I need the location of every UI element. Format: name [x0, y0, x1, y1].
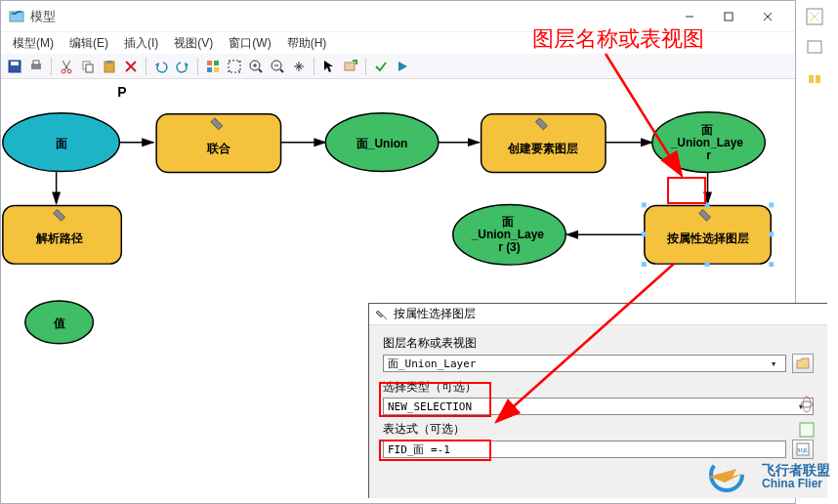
validate-icon[interactable]: [371, 57, 391, 76]
node-lianhe-label: 联合: [206, 142, 231, 155]
select-icon[interactable]: [319, 57, 339, 76]
paste-icon[interactable]: [100, 57, 119, 76]
fullextent-icon[interactable]: [225, 57, 244, 76]
app-icon: [9, 9, 24, 24]
menu-view[interactable]: 视图(V): [166, 33, 221, 54]
close-button[interactable]: [748, 3, 787, 30]
svg-rect-55: [800, 423, 814, 437]
undo-icon[interactable]: [151, 57, 171, 76]
zoomout-icon[interactable]: [268, 57, 287, 76]
redo-icon[interactable]: [173, 57, 192, 76]
dialog-label-layer: 图层名称或表视图: [383, 335, 814, 352]
browse-folder-button[interactable]: [792, 354, 814, 373]
menu-window[interactable]: 窗口(W): [221, 33, 278, 54]
unknown-icon-3[interactable]: [797, 395, 836, 420]
dropdown-arrow-icon: ▾: [766, 357, 781, 370]
dialog-label-expr: 表达式（可选）: [383, 421, 814, 438]
svg-point-54: [803, 397, 811, 412]
addtool-icon[interactable]: [341, 57, 360, 76]
run-icon[interactable]: [393, 57, 412, 76]
zoomin-icon[interactable]: [246, 57, 266, 76]
svg-rect-17: [207, 61, 212, 65]
unknown-icon-4[interactable]: [797, 420, 836, 445]
layer-name-value: 面_Union_Layer: [388, 357, 476, 371]
menu-insert[interactable]: 插入(I): [116, 33, 166, 54]
svg-rect-44: [769, 262, 774, 267]
delete-icon[interactable]: [121, 57, 141, 76]
svg-text:SQL: SQL: [797, 447, 809, 453]
pan-icon[interactable]: [289, 57, 309, 76]
toolbar: [1, 54, 795, 79]
node-jiexi-label: 解析路径: [35, 231, 83, 245]
svg-rect-6: [11, 62, 19, 65]
copy-icon[interactable]: [78, 57, 98, 76]
node-zhi-label: 值: [53, 316, 65, 330]
cut-icon[interactable]: [57, 57, 76, 76]
svg-rect-29: [345, 63, 355, 70]
svg-line-27: [280, 69, 283, 72]
svg-point-9: [62, 69, 65, 73]
autolayout-icon[interactable]: [203, 57, 223, 76]
dialog-titlebar: 按属性选择图层: [369, 304, 827, 325]
watermark-text-cn: 飞行者联盟: [762, 463, 830, 478]
svg-rect-48: [816, 75, 820, 83]
print-icon[interactable]: [26, 57, 46, 76]
dialog-label-type: 选择类型（可选）: [383, 379, 814, 396]
svg-rect-43: [705, 262, 710, 267]
svg-rect-2: [725, 13, 733, 21]
selection-type-value: NEW_SELECTION: [388, 400, 472, 413]
svg-rect-20: [214, 67, 219, 72]
right-bottom-icons: [797, 395, 836, 445]
hammer-icon: [375, 308, 389, 321]
svg-rect-8: [33, 61, 39, 64]
svg-rect-14: [106, 61, 112, 63]
menu-model[interactable]: 模型(M): [5, 33, 62, 54]
save-icon[interactable]: [5, 57, 24, 76]
layer-name-dropdown[interactable]: 面_Union_Layer ▾: [383, 355, 786, 372]
watermark: 飞行者联盟 China Flier: [697, 455, 830, 498]
svg-rect-47: [809, 75, 814, 83]
svg-rect-12: [86, 64, 93, 72]
svg-rect-19: [207, 67, 212, 72]
svg-rect-38: [705, 202, 710, 207]
svg-line-23: [259, 69, 262, 72]
expression-value: FID_面 =-1: [388, 442, 450, 457]
watermark-logo-icon: [697, 455, 756, 498]
maximize-button[interactable]: [709, 3, 748, 30]
node-select-label: 按属性选择图层: [666, 231, 749, 245]
menu-edit[interactable]: 编辑(E): [62, 33, 116, 54]
unknown-icon-2[interactable]: [797, 33, 832, 63]
annotation-text: 图层名称或表视图: [532, 24, 704, 54]
svg-rect-18: [214, 61, 219, 65]
watermark-text-en: China Flier: [762, 478, 830, 490]
catalog-icon[interactable]: [797, 64, 832, 94]
svg-rect-46: [808, 41, 821, 53]
menu-help[interactable]: 帮助(H): [279, 33, 335, 54]
dialog-title: 按属性选择图层: [394, 306, 476, 322]
window-title: 模型: [30, 8, 670, 25]
node-create-label: 创建要素图层: [507, 142, 578, 155]
unknown-icon-1[interactable]: [797, 2, 832, 31]
svg-rect-41: [769, 231, 774, 236]
svg-rect-37: [642, 202, 647, 207]
parameter-p-label: P: [117, 84, 126, 100]
svg-rect-40: [642, 231, 647, 236]
node-mian-label: 面: [55, 137, 67, 150]
svg-point-10: [67, 69, 71, 73]
svg-rect-39: [769, 202, 774, 207]
selection-type-dropdown[interactable]: NEW_SELECTION ▾: [383, 398, 814, 415]
node-union-label: 面_Union: [356, 137, 407, 150]
svg-rect-42: [642, 262, 647, 267]
right-toolbar-sliver: [797, 2, 836, 96]
